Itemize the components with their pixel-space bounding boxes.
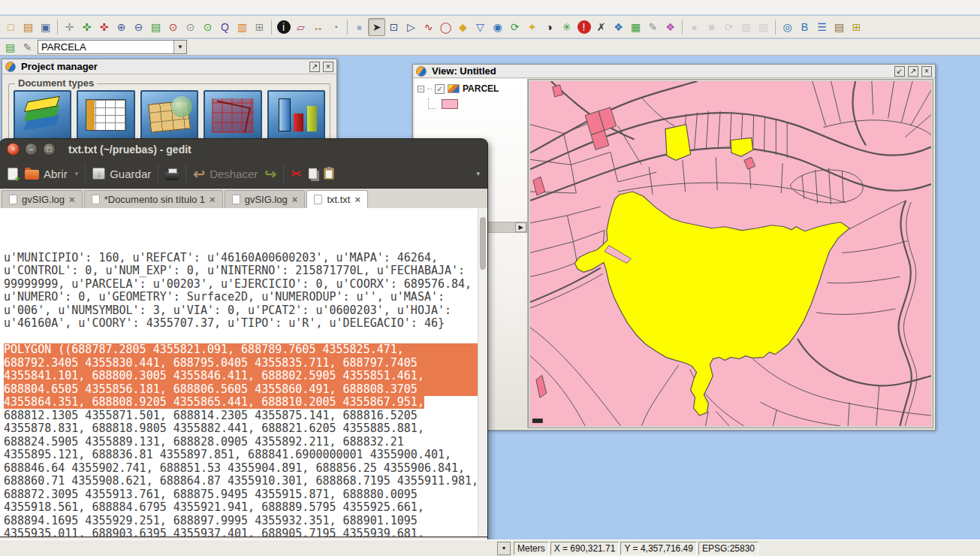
maximize-icon[interactable]: □ <box>43 143 56 156</box>
edit-properties-icon[interactable]: ✎ <box>19 40 36 55</box>
menu-item[interactable] <box>126 7 140 8</box>
save-button[interactable]: ↓ Guardar <box>92 168 151 180</box>
zoom-document-icon[interactable]: ◎ <box>779 18 796 36</box>
project-manager-titlebar[interactable]: Project manager ↗ × <box>2 59 336 74</box>
layer-combo[interactable]: PARCELA ▼ <box>38 40 187 54</box>
image-export-icon[interactable]: ▨ <box>755 18 772 36</box>
gedit-titlebar[interactable]: × – □ txt.txt (~/pruebas) - gedit <box>0 139 487 159</box>
menu-item[interactable] <box>5 7 18 8</box>
pan-icon[interactable]: ✛ <box>61 18 78 36</box>
map-document-button[interactable] <box>140 90 198 141</box>
close-button[interactable]: × <box>323 62 333 72</box>
select-rectangle-icon[interactable]: ⊡ <box>385 18 403 36</box>
copy-button[interactable] <box>309 168 317 179</box>
menu-item[interactable] <box>59 7 72 8</box>
editor-tab[interactable]: gvSIG.log × <box>2 190 83 208</box>
clear-selection-icon[interactable]: ✦ <box>523 18 541 36</box>
print-button[interactable] <box>165 168 179 180</box>
cut-button[interactable]: ✂ <box>291 166 301 182</box>
web-map-icon[interactable]: ◉ <box>489 18 506 36</box>
scrollbar-thumb[interactable] <box>480 217 486 270</box>
open-project-icon[interactable]: ▤ <box>20 18 37 36</box>
view-titlebar[interactable]: View: Untitled ↙ ↗ × <box>413 65 935 78</box>
menu-item[interactable] <box>113 7 126 8</box>
clipboard-report-icon[interactable]: ▤ <box>831 18 848 36</box>
filter-icon[interactable]: ▽ <box>472 18 489 36</box>
menu-item[interactable] <box>72 7 86 8</box>
select-polyline-icon[interactable]: ∿ <box>420 18 437 36</box>
open-button[interactable]: Abrir ▾ <box>25 168 78 180</box>
color-table-icon[interactable]: ◑ <box>541 18 558 36</box>
save-project-icon[interactable]: ▣ <box>37 18 54 36</box>
projection-field[interactable]: EPSG:25830 <box>698 542 758 555</box>
close-icon[interactable]: × <box>7 143 20 156</box>
zoom-extent-red-icon[interactable]: ✜ <box>95 18 113 36</box>
quick-zoom-icon[interactable]: Q <box>216 18 234 36</box>
zoom-extent-green-icon[interactable]: ✜ <box>78 18 95 36</box>
reload-icon[interactable]: ⟳ <box>720 18 737 36</box>
add-table-icon[interactable]: ▦ <box>627 18 644 36</box>
toolbar-button[interactable] <box>772 18 779 36</box>
menu-item[interactable] <box>32 7 45 8</box>
copy-view-icon[interactable]: ▥ <box>234 18 251 36</box>
sphere-icon[interactable]: ● <box>686 18 703 36</box>
scroll-right-icon[interactable]: ▶ <box>515 222 526 232</box>
refresh-icon[interactable]: ⟳ <box>506 18 523 36</box>
pointer-select-icon[interactable]: ➤ <box>368 18 385 36</box>
paste-button[interactable] <box>324 168 334 180</box>
menu-item[interactable] <box>99 7 113 8</box>
zoom-selection-icon[interactable]: ⊙ <box>199 18 216 36</box>
portable-view-document-button[interactable] <box>204 90 261 141</box>
report-icon[interactable]: ☰ <box>813 18 831 36</box>
search-attributes-icon[interactable]: B <box>796 18 813 36</box>
layer-visibility-checkbox[interactable]: ✓ <box>435 84 445 94</box>
maximize-button[interactable]: ↗ <box>309 62 320 72</box>
tab-close-icon[interactable]: × <box>69 194 75 205</box>
tree-expander-icon[interactable]: − <box>418 86 424 92</box>
open-dropdown-icon[interactable]: ▾ <box>75 170 79 177</box>
undo-button[interactable]: ↩ Deshacer <box>193 165 258 183</box>
close-button[interactable]: × <box>921 66 932 77</box>
menu-item[interactable] <box>45 7 59 8</box>
chart-document-button[interactable] <box>267 90 325 141</box>
edit-frame-icon[interactable]: ✎ <box>644 18 662 36</box>
view-document-button[interactable] <box>14 90 71 141</box>
new-document-button[interactable] <box>8 168 18 180</box>
add-view-icon[interactable]: ❖ <box>610 18 627 36</box>
tab-close-icon[interactable]: × <box>210 194 216 205</box>
measure-area-icon[interactable]: ▱ <box>292 18 309 36</box>
menu-item[interactable] <box>18 7 32 8</box>
toolbar-overflow-button[interactable]: ▾ <box>473 170 480 177</box>
toolbar-button[interactable] <box>268 18 275 36</box>
zoom-out-icon[interactable]: ⊖ <box>130 18 147 36</box>
new-document-icon[interactable]: □ <box>2 18 20 36</box>
toolbox-icon[interactable]: ✗ <box>593 18 610 36</box>
restore-button[interactable]: ↙ <box>894 66 905 77</box>
minimize-icon[interactable]: – <box>25 143 38 156</box>
layer-name[interactable]: PARCEL <box>463 83 499 94</box>
zoom-previous-icon[interactable]: ⊙ <box>164 18 182 36</box>
scale-dropdown-icon[interactable]: ▾ <box>497 542 511 555</box>
select-polygon-icon[interactable]: ▷ <box>403 18 420 36</box>
tab-close-icon[interactable]: × <box>292 194 298 205</box>
settings-icon[interactable]: ✳ <box>558 18 575 36</box>
select-buffer-icon[interactable]: ◆ <box>454 18 472 36</box>
editor-text-area[interactable]: u'MUNICIPIO': 160, u'REFCAT': u'46160A00… <box>0 208 478 536</box>
editor-tab[interactable]: txt.txt × <box>306 190 368 208</box>
toolbar-button[interactable] <box>344 18 351 36</box>
redo-button[interactable]: ↪ <box>264 165 276 183</box>
maximize-button[interactable]: ↗ <box>908 66 918 77</box>
zoom-layers-icon[interactable]: ▤ <box>147 18 164 36</box>
symbology-icon[interactable]: ❖ <box>662 18 679 36</box>
table-document-button[interactable] <box>77 90 134 141</box>
alert-icon[interactable]: ! <box>575 18 593 36</box>
frame-icon[interactable]: ■ <box>703 18 720 36</box>
measure-distance-icon[interactable]: ↔ <box>309 18 327 36</box>
info-icon[interactable]: i <box>275 18 292 36</box>
menu-item[interactable] <box>86 7 99 8</box>
editor-tab[interactable]: gvSIG.log × <box>225 190 306 208</box>
tab-close-icon[interactable]: × <box>354 194 360 205</box>
editor-tab[interactable]: *Documento sin título 1 × <box>84 190 223 208</box>
map-canvas[interactable] <box>530 81 931 426</box>
center-point-icon[interactable]: ● <box>351 18 368 36</box>
